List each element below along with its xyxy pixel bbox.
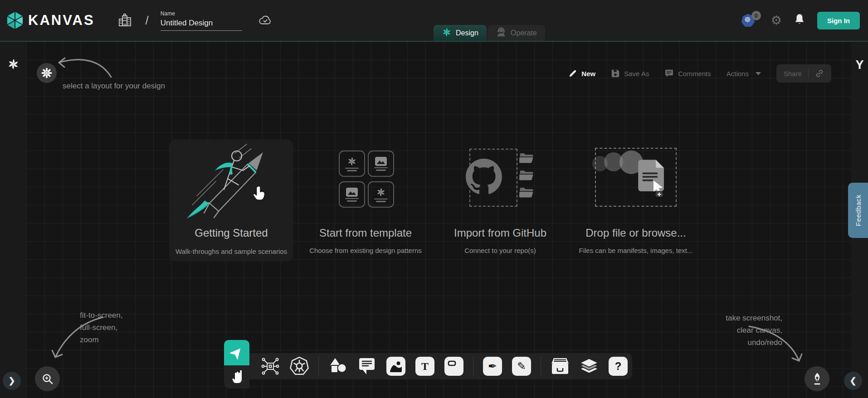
dock-bar: T ✒ ✎: [249, 353, 632, 379]
pointer-tool-group: [224, 340, 249, 388]
pen-nib-icon: [810, 372, 824, 386]
pinwheel-menu-icon[interactable]: [7, 58, 20, 70]
folder-icon: [518, 170, 535, 181]
link-icon: [815, 69, 824, 78]
kubernetes-tool[interactable]: [289, 356, 309, 376]
expand-left-panel-button[interactable]: ❯: [3, 372, 21, 390]
template-tile-image: [368, 150, 394, 177]
layout-hint-text: select a layout for your design: [63, 82, 165, 91]
pen-tool[interactable]: ✒: [483, 356, 502, 376]
rocket-rider-illustration: [181, 143, 281, 219]
pen-mode-button[interactable]: [805, 366, 829, 391]
comments-button[interactable]: Comments: [664, 69, 711, 78]
hand-icon: [230, 370, 243, 384]
floppy-icon: [611, 69, 620, 78]
header: KANVAS / Name: [0, 0, 868, 41]
hand-pointer-cursor: [252, 185, 268, 202]
comment-tool[interactable]: [357, 356, 377, 376]
text-glyph: T: [421, 361, 429, 372]
breadcrumb-separator: /: [146, 14, 149, 28]
tab-design[interactable]: Design: [434, 25, 487, 41]
drawer-tool[interactable]: [550, 356, 570, 376]
name-label: Name: [161, 10, 242, 17]
github-icon: [466, 159, 502, 195]
design-pinwheel-icon: [442, 27, 452, 39]
sign-in-button[interactable]: Sign In: [817, 12, 860, 29]
template-thumbnails: [339, 150, 392, 208]
expand-right-panel-button[interactable]: ❮: [844, 372, 862, 390]
mode-tabs: Design Operate: [434, 25, 545, 41]
template-tile-pinwheel: [368, 181, 394, 208]
card-drop-file[interactable]: Drop file or browse... Files can be mani…: [572, 141, 699, 263]
note-tile: [444, 357, 463, 376]
template-tile-image: [339, 181, 365, 208]
shapes-icon: [328, 357, 347, 375]
help-tile: ?: [609, 357, 628, 376]
chevron-right-icon: ❯: [8, 376, 15, 386]
comment-icon: [357, 357, 376, 375]
text-tile: T: [415, 357, 434, 376]
cursor-tool[interactable]: [224, 340, 249, 365]
shapes-tool[interactable]: [328, 356, 348, 376]
brand-name: KANVAS: [28, 12, 95, 29]
bottom-left-hint-arrow: [38, 313, 106, 366]
hand-tool[interactable]: [224, 365, 249, 388]
zoom-button[interactable]: [35, 366, 60, 391]
design-name-input[interactable]: [161, 18, 242, 31]
comment-bubble-icon: [664, 69, 674, 78]
new-button[interactable]: New: [568, 69, 595, 78]
card-start-from-template[interactable]: Start from template Choose from existing…: [302, 141, 429, 263]
kubernetes-helm-icon: [289, 356, 309, 376]
share-button[interactable]: Share: [776, 64, 831, 83]
tab-design-label: Design: [456, 29, 478, 37]
pen-tile: ✒: [483, 357, 502, 376]
operator-headset-icon: [496, 27, 507, 39]
file-drop-icon: [636, 159, 671, 197]
help-tool[interactable]: ?: [608, 356, 628, 376]
layers-tool[interactable]: [579, 356, 599, 376]
template-tile-pinwheel: [339, 150, 365, 177]
dock-divider: [541, 357, 541, 376]
actions-label: Actions: [727, 70, 749, 78]
folder-icon: [518, 152, 535, 164]
pencil-tool[interactable]: ✎: [512, 356, 532, 376]
card-title: Import from GitHub: [437, 227, 564, 239]
organization-icon[interactable]: [117, 12, 133, 29]
image-glyph: [346, 188, 358, 197]
image-tool[interactable]: [386, 356, 406, 376]
repo-folders: [518, 152, 535, 199]
card-import-from-github[interactable]: Import from GitHub Connect to your repo(…: [437, 141, 564, 263]
share-divider: [808, 68, 809, 78]
app-window: KANVAS / Name: [0, 0, 868, 398]
brand-logo[interactable]: KANVAS: [5, 11, 95, 30]
canvas-toolbar: New Save As Comments Actions: [568, 64, 831, 83]
y-logo: Y: [851, 58, 868, 72]
settings-gear-icon[interactable]: ⚙: [771, 15, 782, 27]
text-tool[interactable]: T: [415, 356, 435, 376]
card-subtitle: Files can be manifests, images, text...: [572, 247, 699, 254]
bell-icon[interactable]: [794, 13, 805, 28]
new-label: New: [581, 70, 595, 78]
tab-operate[interactable]: Operate: [488, 25, 545, 41]
pinwheel-glyph: [376, 187, 386, 197]
help-glyph: ?: [615, 361, 622, 372]
note-tool[interactable]: [444, 356, 464, 376]
comments-label: Comments: [678, 70, 711, 78]
actions-dropdown[interactable]: Actions: [727, 70, 761, 78]
kubernetes-status[interactable]: ☸ 0: [741, 13, 759, 28]
feedback-tab[interactable]: Feedback: [848, 183, 868, 238]
pencil-tile: ✎: [512, 357, 531, 376]
design-canvas[interactable]: select a layout for your design New Save…: [26, 42, 851, 398]
component-tool[interactable]: [260, 356, 280, 376]
card-getting-started[interactable]: Getting Started Walk-throughs and sample…: [170, 140, 293, 261]
card-title: Drop file or browse...: [572, 227, 699, 239]
dock-divider: [318, 357, 319, 376]
bottom-right-hint-arrow: [746, 319, 814, 368]
save-as-button[interactable]: Save As: [611, 69, 649, 78]
chevron-left-icon: ❮: [849, 376, 856, 386]
card-title: Start from template: [302, 227, 429, 239]
github-illustration: [459, 149, 541, 207]
share-label: Share: [784, 70, 802, 78]
tool-dock: T ✒ ✎: [224, 340, 632, 398]
save-as-label: Save As: [624, 70, 649, 78]
